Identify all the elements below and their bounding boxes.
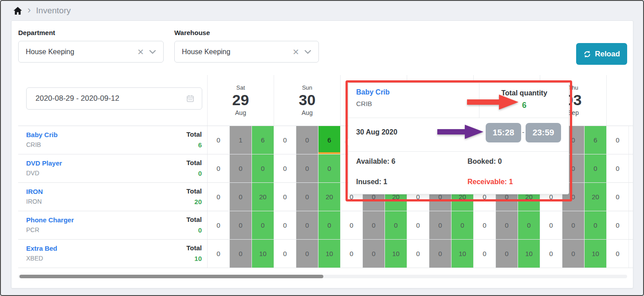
- cell-xbed-col0-gray[interactable]: 0: [230, 240, 252, 268]
- cell-dvd-col0-green[interactable]: 0: [252, 154, 274, 182]
- cell-xbed-col5-green[interactable]: 10: [585, 240, 607, 268]
- product-link[interactable]: Phone Charger: [26, 216, 207, 224]
- time-from-badge[interactable]: 15:28: [486, 123, 521, 142]
- cell-xbed-col1-green[interactable]: 10: [318, 240, 341, 268]
- cell-iron-col0-green[interactable]: 20: [252, 183, 274, 211]
- cell-crib-col0-green[interactable]: 6: [252, 126, 274, 154]
- cell-pcr-col1-plain[interactable]: 0: [274, 211, 296, 239]
- product-total: Total0: [186, 159, 202, 177]
- cell-xbed-col3-green[interactable]: 10: [452, 240, 474, 268]
- cell-pcr-col4-plain[interactable]: 0: [474, 211, 496, 239]
- cell-pcr-col3-plain[interactable]: 0: [407, 211, 429, 239]
- product-link[interactable]: Extra Bed: [26, 245, 207, 252]
- cell-xbed-col5-gray[interactable]: 0: [562, 240, 585, 268]
- cell-pcr-col0-green[interactable]: 0: [252, 211, 274, 239]
- cell-xbed-col0-green[interactable]: 10: [252, 240, 274, 268]
- cell-xbed-col0-plain[interactable]: 0: [208, 240, 230, 268]
- time-to-badge[interactable]: 23:59: [526, 123, 561, 142]
- cell-pcr-col3-green[interactable]: 0: [452, 211, 474, 239]
- cell-xbed-col2-gray[interactable]: 0: [363, 240, 385, 268]
- cell-pcr-col4-green[interactable]: 0: [518, 211, 540, 239]
- date-range-input[interactable]: 2020-08-29 - 2020-09-12: [26, 87, 202, 110]
- popup-available: Available: 6: [356, 158, 395, 166]
- department-value: House Keeping: [26, 48, 132, 56]
- department-label: Department: [18, 29, 164, 36]
- product-link[interactable]: Baby Crib: [26, 131, 207, 138]
- popup-divider-2: [349, 151, 569, 152]
- total-value: 0: [186, 170, 202, 177]
- cell-iron-col0-plain[interactable]: 0: [208, 183, 230, 211]
- cell-dvd-col0-plain[interactable]: 0: [208, 154, 230, 182]
- cell-xbed-col3-gray[interactable]: 0: [429, 240, 452, 268]
- reload-label: Reload: [595, 50, 620, 59]
- cell-xbed-col3-plain[interactable]: 0: [407, 240, 429, 268]
- cell-crib-col1-gray[interactable]: 0: [296, 126, 318, 154]
- cell-xbed-col1-gray[interactable]: 0: [296, 240, 318, 268]
- warehouse-chevron-down-icon[interactable]: [304, 50, 311, 54]
- total-label: Total: [186, 187, 202, 195]
- cell-pcr-col1-gray[interactable]: 0: [296, 211, 318, 239]
- reload-button[interactable]: Reload: [576, 43, 627, 65]
- cell-xbed-col5-plain[interactable]: 0: [540, 240, 562, 268]
- cell-iron-col5-green[interactable]: 20: [585, 183, 607, 211]
- product-link[interactable]: DVD Player: [26, 159, 207, 167]
- breadcrumb: › Inventory: [13, 1, 71, 20]
- warehouse-clear-icon[interactable]: ×: [287, 47, 304, 57]
- department-select[interactable]: House Keeping ×: [18, 41, 164, 63]
- cell-pcr-col2-plain[interactable]: 0: [341, 211, 363, 239]
- department-clear-icon[interactable]: ×: [132, 47, 149, 57]
- department-chevron-down-icon[interactable]: [149, 50, 156, 54]
- product-cell-dvd: DVD PlayerDVDTotal0: [18, 154, 208, 182]
- cell-iron-col1-gray[interactable]: 0: [296, 183, 318, 211]
- scrollbar-thumb[interactable]: [20, 275, 323, 278]
- cell-dvd-col1-plain[interactable]: 0: [274, 154, 296, 182]
- cell-dvd-col0-gray[interactable]: 0: [230, 154, 252, 182]
- cell-xbed-overflow[interactable]: 0: [607, 240, 629, 268]
- cell-pcr-col0-gray[interactable]: 0: [230, 211, 252, 239]
- cell-pcr-col2-green[interactable]: 0: [385, 211, 407, 239]
- cell-xbed-col1-plain[interactable]: 0: [274, 240, 296, 268]
- cell-detail-popup: Baby Crib CRIB Total quantity 6 30 Aug 2…: [348, 83, 569, 194]
- home-icon[interactable]: [13, 7, 22, 15]
- cell-dvd-overflow[interactable]: 0: [607, 154, 629, 182]
- cell-crib-col0-gray[interactable]: 1: [230, 126, 252, 154]
- cell-pcr-overflow[interactable]: 0: [607, 211, 629, 239]
- popup-total-quantity-label: Total quantity: [479, 89, 569, 97]
- horizontal-scrollbar[interactable]: [18, 275, 627, 278]
- popup-date: 30 Aug 2020: [356, 128, 397, 136]
- breadcrumb-current: Inventory: [36, 6, 71, 16]
- cell-iron-col0-gray[interactable]: 0: [230, 183, 252, 211]
- popup-vertical-divider: [479, 83, 479, 118]
- cell-xbed-col4-gray[interactable]: 0: [496, 240, 518, 268]
- calendar-icon[interactable]: [186, 94, 195, 103]
- cell-crib-col5-green[interactable]: 6: [585, 126, 607, 154]
- cell-iron-overflow[interactable]: 0: [607, 183, 629, 211]
- cell-pcr-col1-green[interactable]: 0: [318, 211, 341, 239]
- cell-pcr-col4-gray[interactable]: 0: [496, 211, 518, 239]
- cell-xbed-col4-green[interactable]: 10: [518, 240, 540, 268]
- cell-crib-overflow[interactable]: 0: [607, 126, 629, 154]
- cell-crib-col1-plain[interactable]: 0: [274, 126, 296, 154]
- cell-crib-col0-plain[interactable]: 0: [208, 126, 230, 154]
- product-cell-iron: IRONIRONTotal20: [18, 183, 208, 211]
- cell-iron-col1-green[interactable]: 20: [318, 183, 341, 211]
- product-code: CRIB: [26, 141, 207, 148]
- cell-pcr-col5-plain[interactable]: 0: [540, 211, 562, 239]
- popup-product-link[interactable]: Baby Crib: [356, 88, 390, 96]
- cell-iron-col1-plain[interactable]: 0: [274, 183, 296, 211]
- cell-pcr-col5-gray[interactable]: 0: [562, 211, 585, 239]
- cell-pcr-col5-green[interactable]: 0: [585, 211, 607, 239]
- cell-pcr-col2-gray[interactable]: 0: [363, 211, 385, 239]
- cell-dvd-col1-green[interactable]: 0: [318, 154, 341, 182]
- cell-dvd-col5-green[interactable]: 0: [585, 154, 607, 182]
- cell-xbed-col4-plain[interactable]: 0: [474, 240, 496, 268]
- cell-pcr-col3-gray[interactable]: 0: [429, 211, 452, 239]
- cell-xbed-col2-plain[interactable]: 0: [341, 240, 363, 268]
- warehouse-select[interactable]: House Keeping ×: [174, 41, 319, 63]
- selected-cell-crib-col1-green[interactable]: 6: [318, 126, 341, 154]
- cell-xbed-col2-green[interactable]: 10: [385, 240, 407, 268]
- popup-product-code: CRIB: [356, 100, 372, 107]
- product-link[interactable]: IRON: [26, 188, 207, 195]
- cell-dvd-col1-gray[interactable]: 0: [296, 154, 318, 182]
- cell-pcr-col0-plain[interactable]: 0: [208, 211, 230, 239]
